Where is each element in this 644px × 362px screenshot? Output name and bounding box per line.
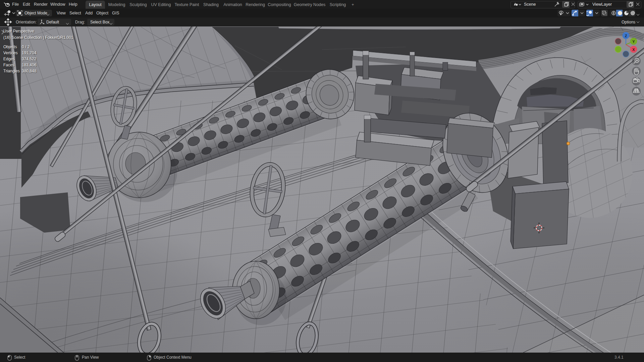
svg-text:Z: Z bbox=[625, 34, 627, 38]
svg-text:Y: Y bbox=[632, 40, 635, 44]
svg-text:X: X bbox=[632, 48, 635, 52]
